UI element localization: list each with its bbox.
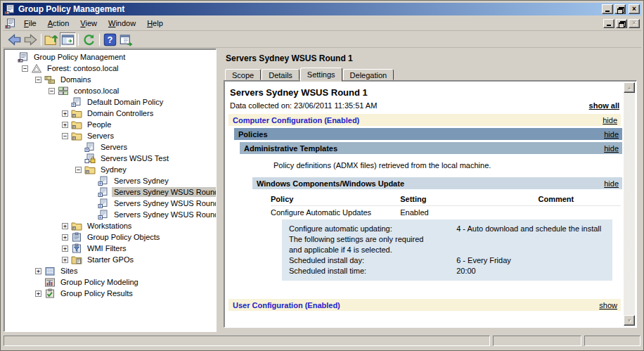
refresh-button[interactable] [81, 32, 97, 47]
result-pane: Servers Sydney WSUS Round 1 ScopeDetails… [219, 49, 641, 332]
menu-view[interactable]: View [75, 17, 103, 30]
tree-item-servers[interactable]: −Servers [5, 130, 216, 141]
menu-window[interactable]: Window [103, 17, 141, 30]
expand-icon[interactable]: + [35, 268, 41, 274]
tree-item-servers-wsus-test[interactable]: Servers WSUS Test [5, 153, 216, 164]
tree-item-workstations[interactable]: +Workstations [5, 220, 216, 231]
child-restore-button[interactable] [616, 19, 627, 28]
administrative-templates-hide-link[interactable]: hide [604, 144, 619, 153]
computer-configuration-hide-link[interactable]: hide [603, 116, 617, 125]
tree-item-label: Domains [58, 75, 93, 84]
tree-item-label: Workstations [85, 221, 134, 231]
tab-scope[interactable]: Scope [225, 69, 261, 80]
tree-item-domain-controllers[interactable]: +Domain Controllers [5, 108, 216, 119]
tree-item-default-domain-policy[interactable]: Default Domain Policy [5, 96, 216, 108]
console-child-icon [5, 18, 16, 29]
policies-hide-link[interactable]: hide [604, 130, 619, 139]
gpo-link-icon [98, 210, 109, 220]
up-one-level-button[interactable] [44, 32, 60, 47]
tree-item-label: Servers Sydney WSUS Round 2 [112, 198, 217, 208]
user-configuration-show-link[interactable]: show [599, 301, 617, 309]
tree-item-wmi-filters[interactable]: +WMI Filters [5, 243, 216, 254]
tab-details[interactable]: Details [262, 69, 300, 80]
tab-delegation[interactable]: Delegation [343, 69, 394, 80]
tree-item-forest-contoso-local[interactable]: −Forest: contoso.local [5, 63, 216, 74]
show-console-tree-button[interactable] [60, 32, 76, 47]
report-gpo-title: Servers Sydney WSUS Round 1 [230, 87, 622, 98]
status-panel-3 [584, 336, 640, 346]
tree-item-starter-gpos[interactable]: +Starter GPOs [5, 254, 216, 265]
collapse-icon[interactable]: − [75, 167, 82, 173]
show-all-link[interactable]: show all [589, 101, 619, 110]
tree-item-label: contoso.local [72, 86, 121, 96]
expand-icon[interactable]: + [62, 257, 68, 263]
tree-item-servers-sydney[interactable]: Servers Sydney [5, 175, 216, 186]
tree-item-sites[interactable]: +Sites [5, 265, 216, 276]
toolbar: ? [3, 32, 641, 48]
tree-item-label: Servers Sydney [112, 176, 171, 186]
back-button[interactable] [6, 32, 22, 47]
child-minimize-button[interactable] [603, 19, 614, 28]
policy-detail-row: Scheduled install day: 6 - Every Friday [289, 255, 611, 266]
expand-icon[interactable]: + [62, 122, 68, 128]
tree-item-group-policy-modeling[interactable]: Group Policy Modeling [5, 276, 216, 288]
tree-item-label: Sites [58, 266, 79, 276]
child-close-button-disabled: × [629, 19, 640, 28]
tree-item-label: Group Policy Objects [85, 232, 162, 242]
menu-help[interactable]: Help [141, 17, 169, 30]
status-bar [3, 335, 641, 347]
title-bar: Group Policy Management × [3, 3, 641, 15]
tab-settings[interactable]: Settings [300, 68, 342, 82]
tree-item-label: WMI Filters [85, 243, 129, 253]
tree-item-servers-sydney-wsus-round-1[interactable]: Servers Sydney WSUS Round 1 [5, 186, 216, 198]
expand-icon[interactable]: + [62, 234, 68, 241]
tree-item-label: Servers WSUS Test [98, 153, 171, 163]
menu-file[interactable]: File [18, 17, 42, 30]
help-button[interactable]: ? [102, 32, 118, 47]
gpmc-window: Group Policy Management × FileActionView… [0, 0, 644, 351]
tree-item-label: People [85, 120, 113, 129]
tree-item-group-policy-results[interactable]: +Group Policy Results [5, 288, 216, 299]
expand-icon[interactable]: + [62, 110, 68, 117]
tree-item-group-policy-management[interactable]: Group Policy Management [5, 51, 216, 63]
forward-icon [23, 32, 38, 47]
policies-band: Policies hide [234, 128, 622, 140]
close-button[interactable]: × [629, 4, 640, 14]
collapse-icon[interactable]: − [35, 77, 41, 83]
toolbar-separator [78, 34, 79, 46]
tree-item-servers-sydney-wsus-round-2[interactable]: Servers Sydney WSUS Round 2 [5, 198, 216, 209]
export-list-button[interactable] [118, 32, 134, 47]
gpo-link-icon [98, 198, 109, 209]
tree-item-people[interactable]: +People [5, 119, 216, 130]
menu-items: FileActionViewWindowHelp [18, 19, 169, 27]
scroll-up-arrow-icon[interactable]: ▲ [624, 82, 635, 93]
collapse-icon[interactable]: − [62, 133, 68, 139]
tree-item-domains[interactable]: −Domains [5, 74, 216, 85]
tree-item-sydney[interactable]: −Sydney [5, 164, 216, 175]
windows-update-band: Windows Components/Windows Update hide [252, 177, 622, 189]
menu-action[interactable]: Action [42, 17, 75, 30]
collapse-icon[interactable]: − [22, 65, 28, 72]
settings-report: Servers Sydney WSUS Round 1 Data collect… [226, 82, 624, 326]
svg-text:?: ? [108, 34, 113, 45]
scroll-down-arrow-icon[interactable]: ▼ [624, 315, 635, 326]
policy-detail-row: and applicable if 4 is selected. [289, 245, 611, 255]
report-scrollbar[interactable]: ▲ ▼ [624, 82, 635, 326]
ou-folder-icon [71, 221, 82, 231]
minimize-button[interactable] [602, 4, 613, 14]
policy-table-row: Configure Automatic Updates Enabled [271, 206, 621, 218]
expand-icon[interactable]: + [35, 291, 41, 297]
expand-icon[interactable]: + [62, 223, 68, 229]
toolbar-separator [99, 34, 100, 46]
tree-item-servers-sydney-wsus-round-3[interactable]: Servers Sydney WSUS Round 3 [5, 209, 216, 220]
forward-button[interactable] [22, 32, 39, 47]
console-tree-pane: Group Policy Management−Forest: contoso.… [4, 49, 217, 332]
expand-icon[interactable]: + [62, 245, 68, 252]
restore-button[interactable] [614, 4, 626, 14]
tree-item-contoso-local[interactable]: −contoso.local [5, 85, 216, 96]
windows-update-hide-link[interactable]: hide [604, 179, 619, 188]
tree-item-group-policy-objects[interactable]: +Group Policy Objects [5, 231, 216, 243]
scrollbar-track[interactable] [624, 93, 635, 315]
tree-item-servers[interactable]: Servers [5, 141, 216, 153]
collapse-icon[interactable]: − [49, 88, 55, 94]
